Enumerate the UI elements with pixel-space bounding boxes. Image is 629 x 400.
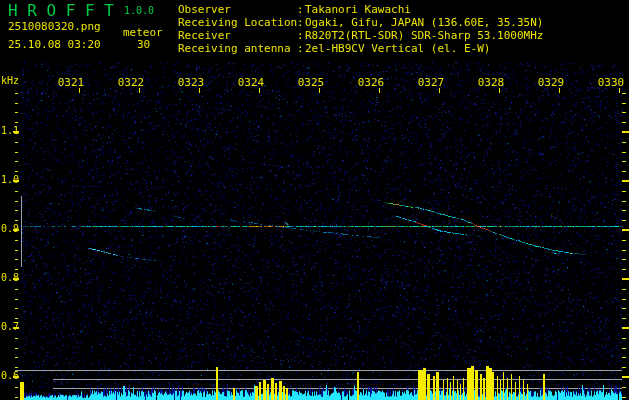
colon: : bbox=[297, 30, 304, 41]
info-row-antenna: Receiving antenna:2el-HB9CV Vertical (el… bbox=[178, 43, 538, 56]
time-label: 0329 bbox=[537, 76, 565, 89]
mode-label: meteor bbox=[123, 27, 163, 38]
info-value: 2el-HB9CV Vertical (el. E-W) bbox=[305, 43, 490, 54]
station-info: Observer:Takanori Kawachi Receiving Loca… bbox=[178, 4, 628, 60]
time-label: 0324 bbox=[237, 76, 265, 89]
datetime-label: 25.10.08 03:20 bbox=[8, 39, 101, 50]
time-label: 0321 bbox=[57, 76, 85, 89]
colon: : bbox=[297, 4, 304, 15]
time-label: 0325 bbox=[297, 76, 325, 89]
colon: : bbox=[297, 17, 304, 28]
time-label: 0330 bbox=[597, 76, 625, 89]
param-value: 30 bbox=[137, 39, 150, 50]
info-value: R820T2(RTL-SDR) SDR-Sharp 53.1000MHz bbox=[305, 30, 543, 41]
time-label: 0323 bbox=[177, 76, 205, 89]
hrofft-app: H R O F F T 1.0.0 2510080320.png meteor … bbox=[0, 0, 629, 400]
freq-label: 1.1 bbox=[1, 126, 19, 136]
spectrogram-canvas bbox=[0, 0, 629, 400]
app-title: H R O F F T bbox=[8, 3, 114, 19]
freq-label: 0.6 bbox=[1, 371, 19, 381]
colon: : bbox=[297, 43, 304, 54]
freq-unit-label: kHz bbox=[1, 76, 19, 86]
info-label: Receiver bbox=[178, 30, 231, 41]
time-label: 0327 bbox=[417, 76, 445, 89]
time-label: 0322 bbox=[117, 76, 145, 89]
info-value: Takanori Kawachi bbox=[305, 4, 411, 15]
freq-label: 0.7 bbox=[1, 322, 19, 332]
version-label: 1.0.0 bbox=[124, 6, 154, 16]
info-label: Observer bbox=[178, 4, 231, 15]
freq-label: 0.9 bbox=[1, 224, 19, 234]
freq-label: 0.8 bbox=[1, 273, 19, 283]
info-label: Receiving antenna bbox=[178, 43, 291, 54]
info-label: Receiving Location bbox=[178, 17, 297, 28]
filename-label: 2510080320.png bbox=[8, 21, 101, 32]
info-value: Ogaki, Gifu, JAPAN (136.60E, 35.35N) bbox=[305, 17, 543, 28]
time-label: 0328 bbox=[477, 76, 505, 89]
time-label: 0326 bbox=[357, 76, 385, 89]
freq-label: 1.0 bbox=[1, 175, 19, 185]
